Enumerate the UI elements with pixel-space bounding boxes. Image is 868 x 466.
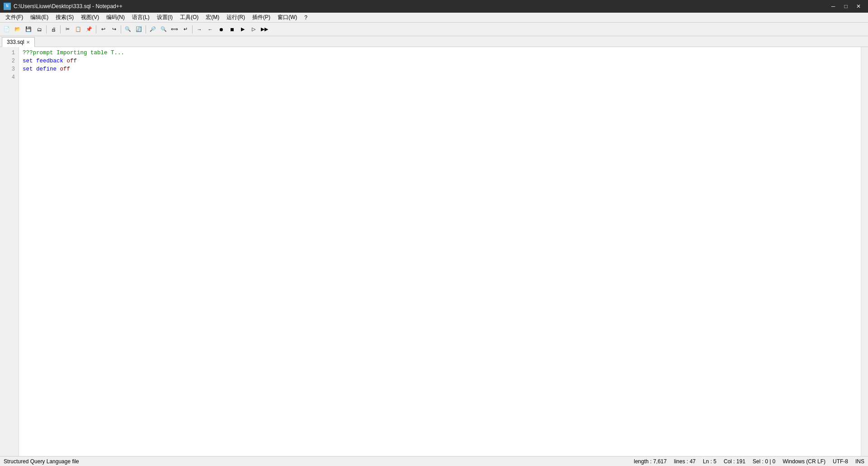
title-bar: N C:\Users\Liuwe\Desktop\333.sql - Notep… <box>0 0 868 13</box>
length-label: length : 7,617 <box>634 458 667 465</box>
insert-mode-label: INS <box>855 458 864 465</box>
undo-btn[interactable]: ↩ <box>98 24 108 34</box>
macro-play-btn[interactable]: ▶ <box>238 24 248 34</box>
wrap-btn[interactable]: ↵ <box>180 24 190 34</box>
save-file-btn[interactable]: 💾 <box>24 24 33 34</box>
menu-bar: 文件(F) 编辑(E) 搜索(S) 视图(V) 编码(N) 语言(L) 设置(I… <box>0 13 868 23</box>
print-btn[interactable]: 🖨 <box>48 24 58 34</box>
menu-macro[interactable]: 宏(M) <box>202 13 223 22</box>
menu-language[interactable]: 语言(L) <box>128 13 153 22</box>
app-icon: N <box>4 3 11 10</box>
line-num-4: 4 <box>0 73 19 81</box>
status-right: length : 7,617 lines : 47 Ln : 5 Col : 1… <box>634 458 864 465</box>
tab-label: 333.sql <box>7 39 24 45</box>
menu-file[interactable]: 文件(F) <box>2 13 27 22</box>
tab-bar: 333.sql ✕ <box>0 36 868 47</box>
encoding-label: UTF-8 <box>833 458 848 465</box>
line-numbers: 1234 <box>0 47 19 456</box>
lines-label: lines : 47 <box>674 458 696 465</box>
line-num-2: 2 <box>0 57 19 65</box>
menu-encoding[interactable]: 编码(N) <box>103 13 128 22</box>
menu-view[interactable]: 视图(V) <box>77 13 103 22</box>
redo-btn[interactable]: ↪ <box>109 24 119 34</box>
code-line-2: set feedback off <box>23 57 857 65</box>
menu-window[interactable]: 窗口(W) <box>274 13 301 22</box>
code-line-1: ???prompt Importing table T... <box>23 49 857 57</box>
run2-btn[interactable]: ▶▶ <box>259 24 269 34</box>
close-button[interactable]: ✕ <box>853 2 864 11</box>
unindent-btn[interactable]: ← <box>205 24 215 34</box>
file-type-label: Structured Query Language file <box>4 458 79 465</box>
sep5 <box>146 25 146 33</box>
copy-btn[interactable]: 📋 <box>73 24 83 34</box>
title-bar-controls: ─ □ ✕ <box>827 2 864 11</box>
sel-label: Sel : 0 | 0 <box>753 458 775 465</box>
menu-search[interactable]: 搜索(S) <box>52 13 77 22</box>
paste-btn[interactable]: 📌 <box>84 24 94 34</box>
window-title: C:\Users\Liuwe\Desktop\333.sql - Notepad… <box>14 3 123 10</box>
save-all-btn[interactable]: 🗂 <box>34 24 44 34</box>
zoom-in-btn[interactable]: 🔎 <box>148 24 158 34</box>
scrollbar-vertical[interactable] <box>861 47 868 456</box>
tab-333-sql[interactable]: 333.sql ✕ <box>2 37 35 47</box>
sep6 <box>192 25 193 33</box>
zoom-out-btn[interactable]: 🔍 <box>159 24 169 34</box>
col-label: Col : 191 <box>724 458 745 465</box>
editor-container: 1234 ???prompt Importing table T...set f… <box>0 47 868 456</box>
menu-settings[interactable]: 设置(I) <box>153 13 176 22</box>
open-file-btn[interactable]: 📂 <box>13 24 23 34</box>
maximize-button[interactable]: □ <box>840 2 852 11</box>
menu-tools[interactable]: 工具(O) <box>176 13 202 22</box>
macro-stop-btn[interactable]: ⏹ <box>227 24 237 34</box>
toolbar: 📄 📂 💾 🗂 🖨 ✂ 📋 📌 ↩ ↪ 🔍 🔄 🔎 🔍 ⟺ ↵ → ← ⏺ ⏹ … <box>0 23 868 36</box>
macro-rec-btn[interactable]: ⏺ <box>216 24 226 34</box>
ln-label: Ln : 5 <box>703 458 717 465</box>
sep3 <box>96 25 96 33</box>
line-num-3: 3 <box>0 65 19 73</box>
line-endings-label: Windows (CR LF) <box>783 458 826 465</box>
line-num-1: 1 <box>0 49 19 57</box>
code-area[interactable]: ???prompt Importing table T...set feedba… <box>19 47 861 456</box>
status-bar: Structured Query Language file length : … <box>0 456 868 466</box>
tab-close-icon[interactable]: ✕ <box>26 40 30 45</box>
cut-btn[interactable]: ✂ <box>62 24 72 34</box>
menu-plugins[interactable]: 插件(P) <box>249 13 274 22</box>
status-left: Structured Query Language file <box>4 458 79 465</box>
sync-scroll-btn[interactable]: ⟺ <box>170 24 179 34</box>
run-btn[interactable]: ▷ <box>249 24 259 34</box>
sep2 <box>60 25 61 33</box>
indent-btn[interactable]: → <box>194 24 204 34</box>
replace-btn[interactable]: 🔄 <box>134 24 144 34</box>
minimize-button[interactable]: ─ <box>827 2 839 11</box>
menu-run[interactable]: 运行(R) <box>223 13 249 22</box>
new-file-btn[interactable]: 📄 <box>2 24 12 34</box>
title-bar-left: N C:\Users\Liuwe\Desktop\333.sql - Notep… <box>4 3 123 10</box>
menu-help[interactable]: ? <box>301 14 311 22</box>
find-btn[interactable]: 🔍 <box>123 24 133 34</box>
sep1 <box>46 25 47 33</box>
sep4 <box>121 25 121 33</box>
menu-edit[interactable]: 编辑(E) <box>27 13 52 22</box>
code-line-3: set define off <box>23 65 857 73</box>
